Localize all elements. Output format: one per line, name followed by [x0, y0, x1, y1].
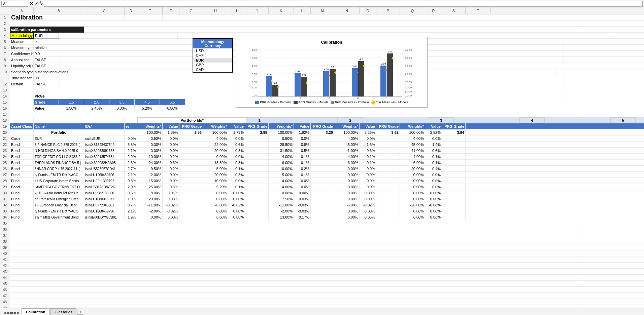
row-34: 34 Fund s Em Mkts Government Bond isin/I… [0, 214, 644, 220]
p-g1: 2.56 [179, 129, 203, 135]
hdr-v3: Value [294, 123, 311, 129]
nav-last[interactable]: ▶▶ [14, 311, 20, 315]
p-w1: 100.00% [137, 129, 163, 135]
row-40: 40 [0, 250, 644, 257]
col-M[interactable]: M [311, 7, 334, 14]
svg-text:2.5: 2.5 [302, 74, 306, 77]
row-2: 2 [0, 21, 644, 27]
tab-glossaries[interactable]: Glossaries [50, 308, 76, 315]
value-1: 1.50% [59, 105, 84, 111]
col-D[interactable]: D [125, 7, 137, 14]
confirm-icon[interactable]: ✓ [35, 1, 38, 6]
hdr-w5: Weights* [400, 123, 425, 129]
horizon-label: Time horizon [10, 75, 34, 81]
hdr-v1: Value [163, 123, 179, 129]
function-icon[interactable]: fx [40, 1, 42, 6]
row-49: 49 [0, 305, 644, 308]
svg-text:3.00: 3.00 [251, 73, 257, 76]
col-O[interactable]: O [360, 7, 376, 14]
bar-1-portfolio [266, 76, 272, 96]
col-B[interactable]: B [34, 7, 84, 14]
col-R[interactable]: R [425, 7, 442, 14]
cell-1h [203, 14, 228, 21]
bar-3-portfolio [323, 71, 329, 96]
p-g3: 3.20 [311, 129, 334, 135]
dropdown-usd[interactable]: USD [193, 48, 232, 53]
legend-4: Risk Measures - Models [372, 101, 408, 104]
cell-name-box[interactable] [1, 1, 28, 7]
col-T[interactable]: T [466, 7, 491, 14]
col-G[interactable]: G [179, 7, 203, 14]
value-3: 3.80% [109, 105, 135, 111]
col-N[interactable]: N [334, 7, 360, 14]
sheet-nav: ◀◀ ◀ ▶ ▶▶ [3, 311, 20, 315]
p-v3: 1.92% [294, 129, 311, 135]
row-47: 47 [0, 293, 644, 299]
hdr-w3: Weights* [269, 123, 294, 129]
row4-f [137, 33, 154, 39]
grade-3: 3.5 [109, 99, 135, 105]
dropdown-chf[interactable]: CHF [193, 53, 232, 58]
value-2: 2.40% [84, 105, 109, 111]
col-L[interactable]: L [294, 7, 311, 14]
cell-1g [179, 14, 203, 21]
formula-bar[interactable]: =elPrgMethodology(H6,TRUE) [44, 1, 643, 7]
bar-4-model [358, 61, 364, 96]
methodology-label: Methodology currency [10, 33, 34, 39]
legend-3: Risk Measures - Portfolio [331, 101, 369, 104]
dropdown-gbp[interactable]: GBP [193, 63, 232, 67]
row-29: 29 Bond ' AMERICA GOVERNMENT O isin/US91… [0, 184, 644, 190]
p-w4: 100.00% [334, 129, 360, 135]
nav-next[interactable]: ▶ [11, 311, 14, 315]
methodology-value[interactable]: EUR [34, 33, 59, 39]
tab-calibration[interactable]: Calibration [22, 308, 49, 315]
grade-label: Grade [34, 99, 59, 105]
cancel-icon[interactable]: ✕ [30, 1, 33, 6]
liq-label: Liquidity adjusted [10, 63, 34, 69]
dropdown-cad[interactable]: CAD [193, 67, 232, 72]
svg-text:1: 1 [271, 96, 273, 100]
horizon-value: 30 [34, 75, 59, 81]
title-cell[interactable]: Calibration [10, 14, 84, 21]
pid-3: 3 [429, 117, 454, 123]
row-20: 20 Portfolio 100.00% 1.39% 2.56 100.00% … [0, 129, 644, 135]
prgs-label: PRGs [34, 93, 59, 99]
scenario-label: Scenario type [10, 69, 34, 75]
col-S[interactable]: S [442, 7, 466, 14]
row-48: 48 [0, 299, 644, 305]
col-A[interactable]: A [10, 7, 34, 14]
grade-2: 2.5 [84, 99, 109, 105]
hdr-g2: PRG Grade [245, 123, 269, 129]
nav-prev[interactable]: ◀ [9, 311, 11, 315]
p-g2: 2.98 [245, 129, 269, 135]
svg-text:5: 5 [385, 96, 387, 100]
row-23: 23 Bond N HOLDINGS BV 4.0 2025-0 isin/XS… [0, 148, 644, 154]
rownum-1: 1 [0, 14, 10, 21]
value-4: 5.20% [135, 105, 160, 111]
svg-text:4.00%: 4.00% [405, 73, 412, 76]
col-P[interactable]: P [376, 7, 400, 14]
svg-text:6.00: 6.00 [251, 48, 257, 51]
svg-text:2.98: 2.98 [295, 70, 300, 73]
grade-4: 4.5 [135, 99, 160, 105]
col-C[interactable]: C [84, 7, 125, 14]
svg-text:1.00: 1.00 [251, 86, 257, 89]
legend-2: PRG Grades - Models [294, 101, 328, 104]
col-F[interactable]: F [163, 7, 179, 14]
dropdown-eur[interactable]: EUR [193, 58, 232, 63]
row-41: 41 [0, 257, 644, 263]
legend-1: PRG Grades - Portfolio [255, 101, 291, 104]
chart-legend: PRG Grades - Portfolio PRG Grades - Mode… [239, 101, 425, 104]
nav-first[interactable]: ◀◀ [3, 311, 9, 315]
col-E[interactable]: E [137, 7, 163, 14]
add-sheet-button[interactable]: + [77, 309, 83, 315]
col-I[interactable]: I [228, 7, 245, 14]
measure-type-label: Measure type [10, 45, 34, 51]
col-K[interactable]: K [269, 7, 294, 14]
col-J[interactable]: J [245, 7, 269, 14]
svg-text:3.62: 3.62 [352, 65, 358, 68]
col-Q[interactable]: Q [400, 7, 425, 14]
col-H[interactable]: H [203, 7, 228, 14]
pid-1: 1 [247, 117, 272, 123]
hdr-w4: Weights* [334, 123, 360, 129]
